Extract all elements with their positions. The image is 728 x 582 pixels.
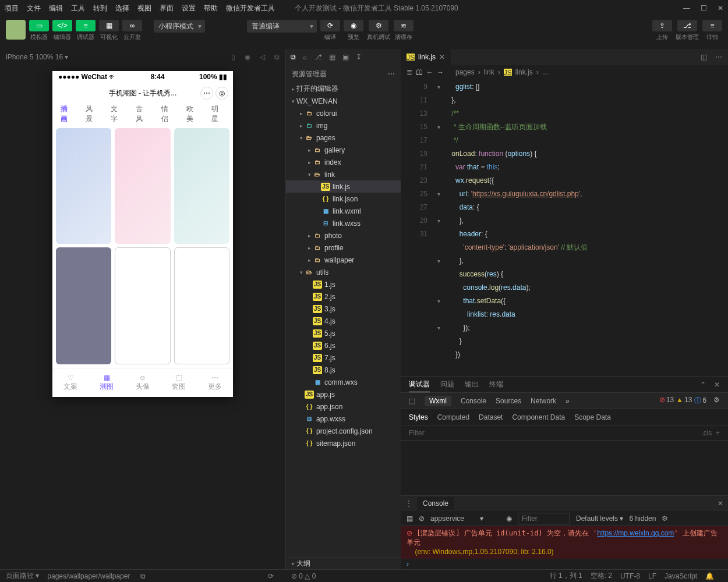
box-icon[interactable]: ▣ — [342, 53, 349, 61]
nav-more[interactable]: ⋯更多 — [197, 368, 233, 397]
tree-item-link-js[interactable]: JSlink.js — [286, 180, 401, 193]
close-icon[interactable]: ✕ — [718, 4, 723, 12]
forward-icon[interactable]: → — [437, 68, 444, 76]
menu-select[interactable]: 选择 — [115, 3, 129, 13]
compdata-tab[interactable]: Component Data — [512, 413, 565, 421]
tree-item-utils[interactable]: ▾🗁utils — [286, 266, 401, 278]
tab-terminal[interactable]: 终端 — [489, 379, 503, 389]
info-count[interactable]: 6 — [694, 396, 706, 406]
preview-button[interactable]: ◉ — [344, 20, 363, 31]
devtool-wxml[interactable]: Wxml — [425, 396, 451, 406]
add-icon[interactable]: + — [716, 429, 720, 437]
bell-icon[interactable]: 🔔 — [705, 572, 714, 580]
tree-item-5-js[interactable]: JS5.js — [286, 327, 401, 339]
tab-close-icon[interactable]: ✕ — [439, 53, 445, 61]
scopedata-tab[interactable]: Scope Data — [574, 413, 611, 421]
tree-item-app-json[interactable]: { }app.json — [286, 400, 401, 413]
menu-file[interactable]: 文件 — [27, 3, 41, 13]
tab-classic[interactable]: 古风 — [130, 104, 155, 124]
page-path[interactable]: pages/wallpaper/wallpaper ⧉ — [47, 572, 145, 580]
copy-icon[interactable]: ⧉ — [274, 53, 280, 61]
phone-icon[interactable]: ▯ — [231, 53, 235, 61]
upload-button[interactable]: ⇪ — [652, 20, 672, 31]
tree-item-profile[interactable]: ▸🗀profile — [286, 242, 401, 254]
editor-tab-linkjs[interactable]: JS link.js ✕ — [401, 49, 451, 65]
tree-item-app-wxss[interactable]: ⊟app.wxss — [286, 413, 401, 425]
editor-button[interactable]: </> — [52, 20, 72, 31]
menu-project[interactable]: 项目 — [5, 3, 19, 13]
eol[interactable]: LF — [648, 572, 656, 580]
crumb[interactable]: pages — [455, 68, 475, 76]
tree-item-link-wxss[interactable]: ⊟link.wxss — [286, 217, 401, 229]
menu-interface[interactable]: 界面 — [160, 3, 174, 13]
collapse-icon[interactable]: ⌃ — [700, 381, 706, 389]
download-icon[interactable]: ↧ — [356, 53, 362, 61]
menu-view[interactable]: 视图 — [137, 3, 151, 13]
tree-item-link-json[interactable]: { }link.json — [286, 193, 401, 205]
branch-icon[interactable]: ⎇ — [314, 53, 322, 61]
realdbg-button[interactable]: ⚙ — [369, 20, 388, 31]
gear-icon[interactable]: ⚙ — [662, 514, 668, 523]
nav-set[interactable]: ⬚套图 — [161, 368, 197, 397]
tab-star[interactable]: 明星 — [206, 104, 231, 124]
close-icon[interactable]: ✕ — [714, 381, 720, 389]
tree-item-6-js[interactable]: JS6.js — [286, 339, 401, 352]
devtool-sources[interactable]: Sources — [496, 397, 521, 405]
explorer-icon[interactable]: ⧉ — [291, 53, 296, 61]
tab-illustration[interactable]: 插画 — [55, 104, 80, 124]
encoding[interactable]: UTF-8 — [620, 572, 640, 580]
more-icon[interactable]: ⋯ — [388, 70, 395, 78]
tab-scenery[interactable]: 风景 — [80, 104, 105, 124]
grid-icon[interactable]: ▦ — [329, 53, 335, 61]
outline-section[interactable]: ▸大纲 — [286, 557, 401, 569]
crumb[interactable]: ... — [542, 68, 548, 76]
tree-item-3-js[interactable]: JS3.js — [286, 303, 401, 315]
clearcache-button[interactable]: ≋ — [394, 20, 414, 31]
cls-button[interactable]: .cls — [701, 429, 712, 437]
filter-input[interactable]: Filter — [409, 429, 425, 437]
mute-icon[interactable]: ◁ — [260, 53, 265, 61]
image-thumb[interactable] — [56, 128, 111, 244]
eye-icon[interactable]: ◉ — [506, 514, 512, 523]
tree-item-4-js[interactable]: JS4.js — [286, 315, 401, 327]
tree-item-project-config-json[interactable]: { }project.config.json — [286, 425, 401, 437]
minimize-icon[interactable]: — — [683, 4, 690, 12]
visual-button[interactable]: ▦ — [99, 20, 119, 31]
crumb[interactable]: link.js — [515, 68, 533, 76]
image-thumb[interactable] — [174, 247, 229, 364]
tab-output[interactable]: 输出 — [465, 379, 479, 389]
warn-count[interactable]: 13 — [676, 396, 692, 406]
tree-item-photo[interactable]: ▸🗀photo — [286, 229, 401, 242]
image-thumb[interactable] — [56, 247, 111, 364]
styles-tab[interactable]: Styles — [409, 413, 428, 421]
tree-item-2-js[interactable]: JS2.js — [286, 290, 401, 303]
nav-avatar[interactable]: ☺头像 — [125, 368, 161, 397]
crumb[interactable]: link — [484, 68, 494, 76]
tree-item-wallpaper[interactable]: ▸🗀wallpaper — [286, 254, 401, 266]
menu-goto[interactable]: 转到 — [93, 3, 107, 13]
tree-item-pages[interactable]: ▾🗁pages — [286, 132, 401, 144]
tree-item-link[interactable]: ▾🗁link — [286, 168, 401, 180]
more-icon[interactable]: ⋯ — [715, 53, 722, 61]
tree-item-colorui[interactable]: ▸🗀colorui — [286, 107, 401, 119]
avatar[interactable] — [6, 20, 26, 40]
tab-problems[interactable]: 问题 — [440, 379, 454, 389]
menu-devtools[interactable]: 微信开发者工具 — [226, 3, 275, 13]
sidebar-icon[interactable]: ▤ — [407, 514, 413, 523]
cloud-button[interactable]: ∞ — [122, 20, 142, 31]
mode-dropdown[interactable]: 小程序模式 — [154, 20, 205, 33]
devtool-network[interactable]: Network — [531, 397, 556, 405]
tree-item-link-wxml[interactable]: ▦link.wxml — [286, 205, 401, 217]
device-select[interactable]: iPhone 5 100% 16 ▾ — [6, 53, 68, 61]
language[interactable]: JavaScript — [665, 572, 697, 580]
inspect-icon[interactable]: ⬚ — [409, 397, 415, 405]
version-button[interactable]: ⎇ — [677, 20, 697, 31]
image-thumb[interactable] — [174, 128, 229, 244]
cursor-pos[interactable]: 行 1，列 1 — [550, 571, 582, 581]
tab-debugger[interactable]: 调试器 — [409, 379, 430, 392]
list-icon[interactable]: ≣ — [407, 68, 412, 76]
code-editor[interactable]: 91113151719212325272931 ▾▾▾▾▾▾▾ gglist: … — [401, 79, 728, 376]
maximize-icon[interactable]: ☐ — [701, 4, 707, 12]
menu-tools[interactable]: 工具 — [71, 3, 85, 13]
detail-button[interactable]: ≡ — [702, 20, 722, 31]
